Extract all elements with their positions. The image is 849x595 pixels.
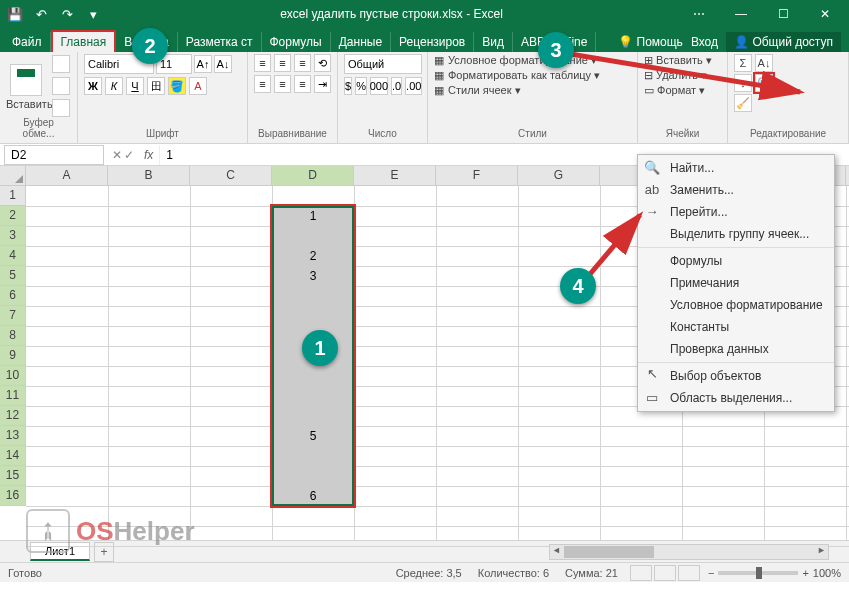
group-label-styles: Стили <box>434 128 631 141</box>
cell-value[interactable]: 1 <box>272 206 354 226</box>
row-header[interactable]: 5 <box>0 266 26 286</box>
orientation-button[interactable]: ⟲ <box>314 54 331 72</box>
row-header[interactable]: 16 <box>0 486 26 506</box>
zoom-out-button[interactable]: − <box>708 567 714 579</box>
menu-item-label: Формулы <box>670 254 722 268</box>
row-header[interactable]: 11 <box>0 386 26 406</box>
row-header[interactable]: 1 <box>0 186 26 206</box>
normal-view-button[interactable] <box>630 565 652 581</box>
tab-layout[interactable]: Разметка ст <box>178 32 262 52</box>
increase-font-button[interactable]: A↑ <box>194 55 212 73</box>
menu-item-icon: ▭ <box>644 390 660 406</box>
bold-button[interactable]: Ж <box>84 77 102 95</box>
tab-file[interactable]: Файл <box>4 32 51 52</box>
maximize-button[interactable]: ☐ <box>763 2 803 26</box>
cell-value[interactable]: 2 <box>272 246 354 266</box>
currency-button[interactable]: $ <box>344 77 352 95</box>
row-header[interactable]: 10 <box>0 366 26 386</box>
select-all-button[interactable] <box>0 166 26 186</box>
row-header[interactable]: 14 <box>0 446 26 466</box>
align-left-button[interactable]: ≡ <box>254 75 271 93</box>
fx-icon[interactable]: fx <box>138 148 159 162</box>
align-middle-button[interactable]: ≡ <box>274 54 291 72</box>
increase-decimal-button[interactable]: .0 <box>391 77 402 95</box>
menu-item[interactable]: Примечания <box>638 272 834 294</box>
font-color-button[interactable]: A <box>189 77 207 95</box>
cancel-formula-button[interactable]: ✕ <box>112 148 122 162</box>
italic-button[interactable]: К <box>105 77 123 95</box>
zoom-in-button[interactable]: + <box>802 567 808 579</box>
align-center-button[interactable]: ≡ <box>274 75 291 93</box>
comma-button[interactable]: 000 <box>370 77 388 95</box>
row-header[interactable]: 9 <box>0 346 26 366</box>
borders-button[interactable]: 田 <box>147 77 165 95</box>
tab-data[interactable]: Данные <box>331 32 391 52</box>
menu-item[interactable]: Константы <box>638 316 834 338</box>
row-header[interactable]: 4 <box>0 246 26 266</box>
zoom-slider[interactable] <box>718 571 798 575</box>
menu-item[interactable]: →Перейти... <box>638 201 834 223</box>
tab-home[interactable]: Главная <box>51 30 117 52</box>
col-header[interactable]: D <box>272 166 354 185</box>
decrease-decimal-button[interactable]: .00 <box>405 77 422 95</box>
row-header[interactable]: 12 <box>0 406 26 426</box>
copy-button[interactable] <box>52 77 70 95</box>
row-header[interactable]: 2 <box>0 206 26 226</box>
title-bar: 💾 ↶ ↷ ▾ excel удалить пустые строки.xlsx… <box>0 0 849 28</box>
menu-item[interactable]: ↖Выбор объектов <box>638 362 834 387</box>
col-header[interactable]: E <box>354 166 436 185</box>
close-button[interactable]: ✕ <box>805 2 845 26</box>
decrease-font-button[interactable]: A↓ <box>214 55 232 73</box>
col-header[interactable]: B <box>108 166 190 185</box>
cell-value[interactable]: 5 <box>272 426 354 446</box>
minimize-button[interactable]: — <box>721 2 761 26</box>
menu-item[interactable]: abЗаменить... <box>638 179 834 201</box>
cell-value[interactable]: 6 <box>272 486 354 506</box>
menu-item[interactable]: Формулы <box>638 247 834 272</box>
undo-button[interactable]: ↶ <box>30 3 52 25</box>
menu-item[interactable]: Проверка данных <box>638 338 834 360</box>
annotation-arrow-4 <box>585 210 655 290</box>
menu-item[interactable]: 🔍Найти... <box>638 157 834 179</box>
menu-item[interactable]: ▭Область выделения... <box>638 387 834 409</box>
row-header[interactable]: 15 <box>0 466 26 486</box>
ribbon-options-button[interactable]: ⋯ <box>679 2 719 26</box>
row-header[interactable]: 6 <box>0 286 26 306</box>
save-button[interactable]: 💾 <box>4 3 26 25</box>
align-top-button[interactable]: ≡ <box>254 54 271 72</box>
row-header[interactable]: 3 <box>0 226 26 246</box>
tab-view[interactable]: Вид <box>474 32 513 52</box>
tab-formulas[interactable]: Формулы <box>262 32 331 52</box>
menu-item[interactable]: Выделить группу ячеек... <box>638 223 834 245</box>
row-headers[interactable]: 12345678910111213141516 <box>0 186 26 506</box>
col-header[interactable]: F <box>436 166 518 185</box>
underline-button[interactable]: Ч <box>126 77 144 95</box>
indent-button[interactable]: ⇥ <box>314 75 331 93</box>
paste-icon <box>10 64 42 96</box>
menu-item[interactable]: Условное форматирование <box>638 294 834 316</box>
col-header[interactable]: C <box>190 166 272 185</box>
zoom-level[interactable]: 100% <box>813 567 841 579</box>
redo-button[interactable]: ↷ <box>56 3 78 25</box>
fill-color-button[interactable]: 🪣 <box>168 77 186 95</box>
name-box[interactable] <box>4 145 104 165</box>
page-break-view-button[interactable] <box>678 565 700 581</box>
col-header[interactable]: G <box>518 166 600 185</box>
paste-button[interactable]: Вставить <box>6 62 46 110</box>
enter-formula-button[interactable]: ✓ <box>124 148 134 162</box>
row-header[interactable]: 7 <box>0 306 26 326</box>
tab-review[interactable]: Рецензиров <box>391 32 474 52</box>
horizontal-scrollbar[interactable] <box>549 544 829 560</box>
align-bottom-button[interactable]: ≡ <box>294 54 311 72</box>
page-layout-view-button[interactable] <box>654 565 676 581</box>
qat-dropdown[interactable]: ▾ <box>82 3 104 25</box>
cell-value[interactable]: 3 <box>272 266 354 286</box>
format-painter-button[interactable] <box>52 99 70 117</box>
number-format-select[interactable]: Общий <box>344 54 422 74</box>
align-right-button[interactable]: ≡ <box>294 75 311 93</box>
row-header[interactable]: 13 <box>0 426 26 446</box>
percent-button[interactable]: % <box>355 77 367 95</box>
row-header[interactable]: 8 <box>0 326 26 346</box>
cut-button[interactable] <box>52 55 70 73</box>
col-header[interactable]: A <box>26 166 108 185</box>
